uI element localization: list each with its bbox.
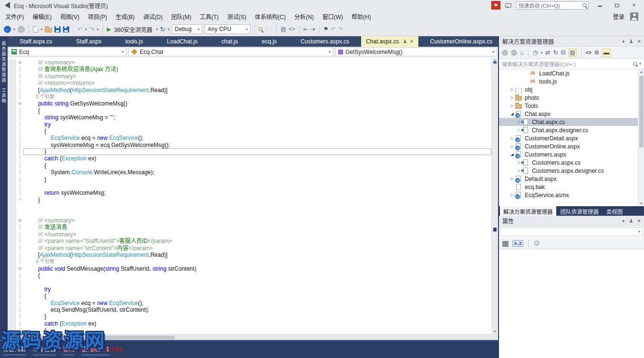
tree-item-CustomerOnline.aspx[interactable]: ▷CustomerOnline.aspx bbox=[499, 142, 644, 150]
editor-vertical-scrollbar[interactable]: ▲ ▼ bbox=[491, 58, 498, 334]
restore-button[interactable] bbox=[611, 1, 623, 10]
code-line[interactable]: │ { bbox=[8, 162, 491, 169]
breakpoint-margin[interactable] bbox=[8, 128, 16, 135]
breakpoint-margin[interactable] bbox=[8, 176, 16, 183]
code-line[interactable]: │ string sysWelcomeMsg = ""; bbox=[8, 114, 491, 121]
se-refresh-icon[interactable]: ↻ bbox=[553, 49, 558, 56]
code-line[interactable]: │ } bbox=[8, 313, 491, 320]
undo-dropdown[interactable]: ▾ bbox=[85, 27, 87, 32]
expander-icon[interactable]: ▷ bbox=[509, 104, 515, 108]
run-target-label[interactable]: 360安全浏览器 bbox=[114, 25, 152, 33]
fold-marker[interactable]: │ bbox=[16, 94, 23, 100]
breakpoint-margin[interactable] bbox=[8, 121, 16, 128]
prev-bookmark-icon[interactable]: ↶ bbox=[331, 26, 336, 33]
code-line[interactable]: │ { bbox=[8, 272, 491, 279]
fold-marker[interactable]: ⊟ bbox=[16, 265, 23, 272]
breakpoint-margin[interactable] bbox=[8, 142, 16, 148]
code-line[interactable]: │ { bbox=[8, 107, 491, 114]
menu-item-窗口(W)[interactable]: 窗口(W) bbox=[318, 11, 347, 22]
breakpoint-margin[interactable] bbox=[8, 279, 16, 286]
close-tab-icon[interactable]: × bbox=[410, 36, 414, 47]
breakpoint-margin[interactable] bbox=[8, 197, 16, 203]
fold-marker[interactable]: │ bbox=[16, 300, 23, 306]
menu-item-调试(D)[interactable]: 调试(D) bbox=[139, 11, 167, 22]
breakpoint-margin[interactable] bbox=[8, 100, 16, 107]
menu-item-分析(N)[interactable]: 分析(N) bbox=[290, 11, 318, 22]
menu-item-视图(V)[interactable]: 视图(V) bbox=[56, 11, 83, 22]
tree-item-photo[interactable]: ▷photo bbox=[499, 94, 644, 102]
breakpoint-margin[interactable] bbox=[8, 300, 16, 306]
quick-launch-input[interactable]: 快速启动 (Ctrl+Q) bbox=[516, 1, 589, 10]
categorized-icon[interactable]: ▦ bbox=[502, 239, 509, 248]
tree-item-ecq.bak[interactable]: ecq.bak bbox=[499, 183, 644, 191]
breakpoint-margin[interactable] bbox=[8, 272, 16, 279]
breakpoint-margin[interactable] bbox=[8, 258, 16, 265]
notification-flag-icon[interactable]: ⚑ bbox=[491, 1, 500, 10]
breakpoint-margin[interactable] bbox=[8, 306, 16, 313]
window-position-dropdown-icon[interactable]: ▾ bbox=[622, 219, 624, 223]
fold-marker[interactable]: │ bbox=[16, 87, 23, 94]
breakpoint-margin[interactable] bbox=[8, 73, 16, 80]
code-line[interactable]: │ } bbox=[8, 148, 491, 155]
member-dropdown[interactable]: GetSysWelcomeMsg() ▾ bbox=[335, 47, 497, 56]
fold-marker[interactable]: │ bbox=[16, 293, 23, 299]
menu-item-文件(F)[interactable]: 文件(F) bbox=[1, 11, 28, 22]
expander-icon[interactable]: ▷ bbox=[509, 144, 515, 148]
navigate-back-dropdown[interactable]: ▾ bbox=[13, 27, 15, 32]
breakpoint-margin[interactable] bbox=[8, 66, 16, 73]
window-position-dropdown-icon[interactable]: ▾ bbox=[622, 39, 624, 44]
breakpoint-margin[interactable] bbox=[8, 265, 16, 272]
fold-marker[interactable]: │ bbox=[16, 73, 23, 80]
pin-tab-icon[interactable] bbox=[403, 39, 407, 44]
fold-marker[interactable] bbox=[16, 211, 23, 217]
se-view-code-icon[interactable]: <> bbox=[586, 50, 592, 55]
tab-Chat.aspx.cs[interactable]: Chat.aspx.cs× bbox=[361, 36, 418, 47]
tab-ecq.js[interactable]: ecq.js bbox=[250, 36, 289, 47]
breakpoint-margin[interactable] bbox=[8, 148, 16, 155]
project-dropdown[interactable]: Ecq ▾ bbox=[9, 47, 126, 56]
redo-icon[interactable]: ↷ bbox=[89, 26, 94, 33]
code-line[interactable]: │ ecq.SendMsg(StaffUserId, strContent); bbox=[8, 306, 491, 313]
breakpoint-margin[interactable] bbox=[8, 87, 16, 94]
fold-marker[interactable]: │ bbox=[16, 80, 23, 86]
code-line[interactable]: │ return sysWelcomeMsg; bbox=[8, 190, 491, 196]
new-file-dropdown[interactable]: ▾ bbox=[41, 27, 42, 32]
tree-item-Chat.aspx[interactable]: ◢Chat.aspx bbox=[499, 110, 644, 118]
scroll-down-icon[interactable]: ▼ bbox=[492, 329, 498, 334]
breakpoint-margin[interactable] bbox=[8, 203, 16, 210]
code-line[interactable]: │ /// <param name="strContent">内容</param… bbox=[8, 245, 491, 252]
find-symbol-icon[interactable]: <> bbox=[289, 26, 295, 33]
menu-item-项目(P)[interactable]: 项目(P) bbox=[83, 11, 111, 22]
fold-marker[interactable]: │ bbox=[16, 162, 23, 169]
code-line[interactable]: │ /// 查询系统欢迎消息(Ajax 方法) bbox=[8, 66, 491, 73]
code-line[interactable]: │ /// 发送消息 bbox=[8, 224, 491, 231]
fold-marker[interactable]: │ bbox=[16, 142, 23, 148]
tree-item-Tools[interactable]: ▷Tools bbox=[499, 102, 644, 110]
save-all-icon[interactable] bbox=[63, 26, 69, 32]
code-line[interactable]: │ [AjaxMethod(HttpSessionStateRequiremen… bbox=[8, 87, 491, 94]
breakpoint-margin[interactable] bbox=[8, 114, 16, 121]
fold-marker[interactable]: │ bbox=[16, 286, 23, 293]
fold-marker[interactable] bbox=[16, 203, 23, 210]
menu-item-体系结构(C)[interactable]: 体系结构(C) bbox=[250, 11, 290, 22]
code-line[interactable]: │ try bbox=[8, 121, 491, 128]
breakpoint-margin[interactable] bbox=[8, 286, 16, 293]
code-line[interactable]: │ 0 个引用 bbox=[8, 94, 491, 100]
breakpoint-margin[interactable] bbox=[8, 135, 16, 141]
fold-marker[interactable]: │ bbox=[16, 121, 23, 128]
code-line[interactable]: │ { bbox=[8, 128, 491, 135]
breakpoint-margin[interactable] bbox=[8, 190, 16, 196]
fold-marker[interactable]: │ bbox=[16, 183, 23, 190]
tree-item-tools.js[interactable]: JStools.js bbox=[499, 77, 644, 85]
restart-icon[interactable]: ↻ bbox=[160, 26, 165, 33]
breakpoint-margin[interactable] bbox=[8, 211, 16, 217]
menu-item-生成(B)[interactable]: 生成(B) bbox=[111, 11, 139, 22]
breakpoint-margin[interactable] bbox=[8, 224, 16, 231]
indent-decrease-icon[interactable]: ⇤ bbox=[303, 26, 308, 33]
se-collapse-all-icon[interactable]: ⊟ bbox=[561, 49, 565, 56]
breakpoint-margin[interactable] bbox=[8, 169, 16, 176]
fold-marker[interactable]: │ bbox=[16, 224, 23, 231]
toolbar-overflow-grip[interactable]: ⋮⋮ bbox=[265, 27, 272, 32]
code-line[interactable]: └ } bbox=[8, 197, 491, 203]
code-line[interactable]: ⊟ public void SendMessage(string StaffUs… bbox=[8, 265, 491, 272]
